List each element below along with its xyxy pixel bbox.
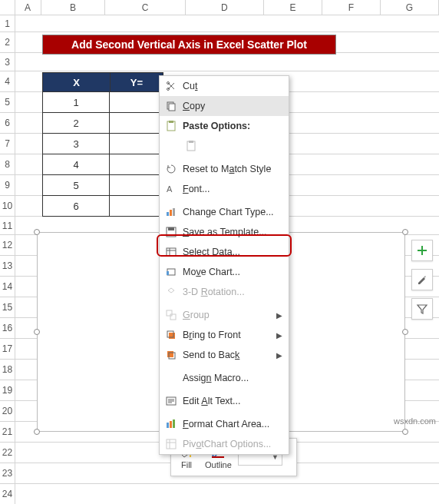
- col-header-e[interactable]: E: [264, 0, 322, 15]
- resize-handle[interactable]: [34, 329, 40, 335]
- svg-rect-3: [169, 104, 175, 111]
- svg-rect-18: [170, 314, 176, 320]
- menu-save-template[interactable]: Save as Template...: [160, 222, 289, 242]
- svg-rect-11: [173, 208, 175, 216]
- col-header-f[interactable]: F: [322, 0, 381, 15]
- row-header[interactable]: 5: [0, 92, 15, 112]
- chart-elements-button[interactable]: [411, 240, 433, 261]
- menu-change-chart-type[interactable]: Change Chart Type...: [160, 202, 289, 222]
- menu-edit-alt-text[interactable]: Edit Alt Text...: [160, 391, 289, 411]
- page-title: Add Second Vertical Axis in Excel Scatte…: [42, 35, 336, 55]
- table-cell[interactable]: [110, 196, 163, 217]
- table-cell[interactable]: 3: [42, 134, 110, 154]
- row-header[interactable]: 22: [0, 443, 15, 463]
- group-icon: [163, 307, 180, 323]
- table-cell[interactable]: 1: [42, 92, 110, 113]
- row-header[interactable]: 23: [0, 463, 15, 483]
- row-header[interactable]: 8: [0, 154, 15, 174]
- chart-styles-button[interactable]: [411, 269, 433, 290]
- chart-filters-button[interactable]: [411, 298, 433, 320]
- table-cell[interactable]: 6: [42, 196, 110, 217]
- row-header[interactable]: 16: [0, 318, 15, 338]
- plus-icon: [416, 244, 428, 257]
- watermark: wsxdn.com: [394, 416, 436, 426]
- data-table: X Y= 1 2 3 4 5 6: [42, 72, 163, 217]
- chevron-right-icon: ▶: [276, 351, 282, 360]
- menu-copy[interactable]: Copy: [160, 96, 289, 116]
- row-header[interactable]: 6: [0, 113, 15, 133]
- menu-label: Group: [183, 310, 276, 320]
- chart-side-buttons: [411, 240, 433, 320]
- menu-bring-to-front[interactable]: Bring to Front ▶: [160, 325, 289, 345]
- col-header-g[interactable]: G: [381, 0, 439, 15]
- row-header[interactable]: 18: [0, 360, 15, 380]
- blank-icon: [163, 370, 180, 386]
- corner-cell[interactable]: [0, 0, 15, 15]
- menu-label: Move Chart...: [183, 267, 282, 277]
- outline-label: Outline: [205, 460, 232, 469]
- table-cell[interactable]: [110, 92, 163, 113]
- svg-rect-26: [173, 419, 175, 428]
- menu-pivotchart-options: PivotChart Options...: [160, 434, 289, 454]
- menu-paste-clip[interactable]: [160, 136, 289, 156]
- row-header[interactable]: 15: [0, 297, 15, 317]
- menu-select-data[interactable]: Select Data...: [160, 242, 289, 262]
- menu-3d-rotation: 3-D Rotation...: [160, 282, 289, 302]
- column-headers: A B C D E F G: [0, 0, 439, 15]
- col-header-c[interactable]: C: [105, 0, 185, 15]
- svg-rect-9: [167, 212, 169, 216]
- menu-label: PivotChart Options...: [183, 439, 282, 449]
- row-header[interactable]: 17: [0, 339, 15, 359]
- svg-text:A: A: [167, 184, 173, 194]
- resize-handle[interactable]: [402, 229, 408, 235]
- row-header[interactable]: 21: [0, 422, 15, 442]
- svg-rect-16: [167, 271, 169, 275]
- front-icon: [163, 327, 180, 343]
- svg-rect-14: [167, 248, 176, 256]
- table-cell[interactable]: [110, 113, 163, 134]
- back-icon: [163, 347, 180, 363]
- cut-icon: [163, 78, 180, 94]
- row-header[interactable]: 7: [0, 134, 15, 154]
- menu-label: Bring to Front: [183, 330, 276, 340]
- menu-font[interactable]: A Font...: [160, 179, 289, 199]
- row-header[interactable]: 4: [0, 71, 15, 91]
- menu-move-chart[interactable]: Move Chart...: [160, 262, 289, 282]
- row-header[interactable]: 1: [0, 15, 15, 32]
- menu-cut[interactable]: Cut: [160, 76, 289, 96]
- table-cell[interactable]: 4: [42, 154, 110, 175]
- table-header-y[interactable]: Y=: [110, 72, 163, 92]
- table-cell[interactable]: [110, 154, 163, 175]
- table-cell[interactable]: 5: [42, 175, 110, 196]
- context-menu: Cut Copy Paste Options: Reset to Match S…: [159, 75, 289, 455]
- col-header-b[interactable]: B: [41, 0, 106, 15]
- menu-format-chart-area[interactable]: Format Chart Area...: [160, 414, 289, 434]
- menu-assign-macro[interactable]: Assign Macro...: [160, 368, 289, 388]
- menu-reset-style[interactable]: Reset to Match Style: [160, 159, 289, 179]
- table-header-x[interactable]: X: [42, 72, 110, 92]
- menu-send-to-back[interactable]: Send to Back ▶: [160, 345, 289, 365]
- resize-handle[interactable]: [34, 429, 40, 435]
- row-header[interactable]: 20: [0, 401, 15, 421]
- menu-label: Select Data...: [183, 247, 282, 257]
- row-header[interactable]: 12: [0, 235, 15, 255]
- row-header[interactable]: 9: [0, 175, 15, 195]
- resize-handle[interactable]: [34, 229, 40, 235]
- resize-handle[interactable]: [402, 429, 408, 435]
- table-cell[interactable]: [110, 175, 163, 196]
- row-header[interactable]: 13: [0, 256, 15, 276]
- col-header-a[interactable]: A: [15, 0, 41, 15]
- brush-icon: [416, 274, 428, 286]
- table-cell[interactable]: 2: [42, 113, 110, 134]
- row-header[interactable]: 11: [0, 217, 15, 234]
- row-header[interactable]: 19: [0, 380, 15, 400]
- table-cell[interactable]: [110, 134, 163, 154]
- menu-label: Edit Alt Text...: [183, 396, 282, 406]
- row-header[interactable]: 2: [0, 32, 15, 52]
- resize-handle[interactable]: [402, 329, 408, 335]
- row-header[interactable]: 3: [0, 53, 15, 71]
- row-header[interactable]: 14: [0, 277, 15, 297]
- row-header[interactable]: 24: [0, 484, 15, 504]
- row-header[interactable]: 10: [0, 196, 15, 216]
- col-header-d[interactable]: D: [186, 0, 264, 15]
